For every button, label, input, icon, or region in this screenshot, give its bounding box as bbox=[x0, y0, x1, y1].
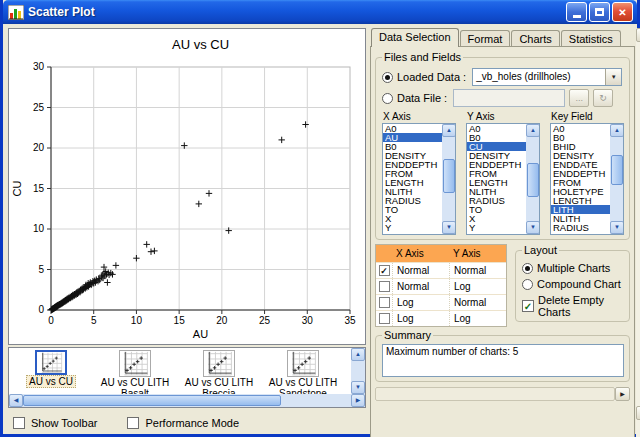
scroll-up-icon[interactable]: ▲ bbox=[610, 124, 624, 137]
y-axis-listbox[interactable]: A0B0CUDENSITYENDDEPTHFROMLENGTHNLITHRADI… bbox=[466, 123, 540, 235]
panel-vertical-scrollbar[interactable]: ▲ ▼ bbox=[636, 28, 640, 437]
y-scale-cell[interactable]: Log bbox=[449, 311, 506, 326]
axis-combo-checkbox[interactable] bbox=[379, 313, 390, 324]
list-item[interactable]: Z bbox=[467, 232, 526, 234]
x-axis-listbox[interactable]: A0AUB0DENSITYENDDEPTHFROMLENGTHNLITHRADI… bbox=[382, 123, 456, 235]
scrollbar-thumb[interactable] bbox=[23, 395, 281, 406]
window-title: Scatter Plot bbox=[28, 5, 564, 19]
x-scale-cell[interactable]: Normal bbox=[392, 263, 449, 278]
list-item[interactable]: TO bbox=[383, 205, 442, 214]
chart-thumbnail[interactable]: AU vs CU LITH Basalt bbox=[97, 350, 173, 394]
list-item[interactable]: Z bbox=[383, 232, 442, 234]
summary-legend: Summary bbox=[382, 329, 433, 341]
performance-mode-checkbox[interactable] bbox=[127, 417, 139, 429]
show-toolbar-checkbox[interactable] bbox=[13, 417, 25, 429]
loaded-data-select[interactable]: _vb_holes (drillholes) ▼ bbox=[472, 68, 622, 86]
panel-horizontal-scrollbar[interactable]: ▶ bbox=[375, 387, 630, 401]
minimize-button[interactable] bbox=[566, 2, 587, 22]
scroll-up-icon[interactable]: ▲ bbox=[526, 124, 540, 137]
svg-text:15: 15 bbox=[33, 183, 45, 194]
maximize-button[interactable] bbox=[589, 2, 610, 22]
scroll-down-icon[interactable]: ▼ bbox=[442, 221, 456, 234]
svg-text:35: 35 bbox=[344, 315, 356, 326]
compound-chart-label: Compound Chart bbox=[537, 278, 621, 290]
x-scale-cell[interactable]: Log bbox=[392, 295, 449, 310]
scroll-right-icon[interactable]: ▶ bbox=[615, 387, 630, 401]
axis-combo-checkbox[interactable] bbox=[379, 265, 390, 276]
svg-text:30: 30 bbox=[33, 61, 45, 72]
list-item[interactable]: Y bbox=[467, 223, 526, 232]
axis-table-header-y: Y Axis bbox=[449, 248, 506, 259]
chart-thumbnail[interactable]: AU vs CU bbox=[13, 350, 89, 394]
summary-group: Summary Maximum number of charts: 5 bbox=[375, 329, 630, 382]
tab-data-selection[interactable]: Data Selection bbox=[371, 28, 459, 47]
mini-scatter-icon bbox=[203, 350, 235, 377]
scroll-up-icon[interactable]: ▲ bbox=[636, 28, 640, 42]
thumbnail-label: AU vs CU LITH bbox=[267, 377, 339, 388]
close-button[interactable]: ✕ bbox=[612, 2, 633, 22]
data-file-label: Data File : bbox=[397, 92, 447, 104]
compound-chart-radio[interactable] bbox=[522, 279, 533, 290]
scroll-left-icon[interactable]: ◀ bbox=[9, 394, 23, 407]
list-item[interactable]: Y bbox=[383, 223, 442, 232]
thumbnails-vertical-scrollbar[interactable]: ▲ ▼ bbox=[351, 348, 365, 394]
list-item[interactable]: X bbox=[383, 214, 442, 223]
chart-thumbnail[interactable]: AU vs CU LITH Sandstone bbox=[265, 350, 341, 394]
multiple-charts-radio[interactable] bbox=[522, 263, 533, 274]
scroll-up-icon[interactable]: ▲ bbox=[442, 124, 456, 137]
thumbnails-horizontal-scrollbar[interactable]: ◀ ▶ bbox=[9, 394, 365, 407]
files-and-fields-legend: Files and Fields bbox=[382, 51, 463, 63]
thumbnail-label: AU vs CU LITH bbox=[183, 377, 255, 388]
scroll-down-icon[interactable]: ▼ bbox=[636, 406, 640, 420]
key-field-listbox[interactable]: A0B0BHIDDENSITYENDDATEENDDEPTHFROMHOLETY… bbox=[550, 123, 624, 235]
x-scale-cell[interactable]: Log bbox=[392, 311, 449, 326]
axis-combo-checkbox[interactable] bbox=[379, 297, 390, 308]
key-list-scrollbar[interactable]: ▲ ▼ bbox=[610, 124, 623, 234]
svg-text:0: 0 bbox=[38, 304, 44, 315]
svg-text:15: 15 bbox=[174, 315, 186, 326]
tab-format[interactable]: Format bbox=[460, 30, 511, 47]
svg-text:AU: AU bbox=[193, 328, 208, 340]
scatter-plot-dialog: Scatter Plot ✕ AU vs CU05101520253035051… bbox=[0, 0, 640, 437]
svg-text:CU: CU bbox=[11, 181, 23, 197]
chart-thumbnail[interactable]: AU vs CU LITH Breccia bbox=[181, 350, 257, 394]
x-list-scrollbar[interactable]: ▲ ▼ bbox=[442, 124, 455, 234]
list-item[interactable]: X bbox=[467, 214, 526, 223]
scrollbar-thumb[interactable] bbox=[375, 387, 615, 401]
list-item[interactable]: TO bbox=[467, 205, 526, 214]
titlebar[interactable]: Scatter Plot ✕ bbox=[3, 0, 637, 24]
list-item[interactable]: RADIUS bbox=[551, 223, 610, 232]
browse-button[interactable]: ... bbox=[569, 89, 589, 107]
x-scale-cell[interactable]: Normal bbox=[392, 279, 449, 294]
axis-combo-checkbox[interactable] bbox=[379, 281, 390, 292]
loaded-data-radio[interactable] bbox=[382, 72, 393, 83]
svg-text:30: 30 bbox=[302, 315, 314, 326]
svg-text:25: 25 bbox=[259, 315, 271, 326]
scroll-right-icon[interactable]: ▶ bbox=[351, 394, 365, 407]
svg-text:5: 5 bbox=[38, 264, 44, 275]
scroll-down-icon[interactable]: ▼ bbox=[610, 221, 624, 234]
scroll-up-icon[interactable]: ▲ bbox=[351, 348, 365, 361]
data-file-input[interactable] bbox=[453, 89, 565, 107]
table-row: NormalNormal bbox=[376, 262, 506, 278]
refresh-icon[interactable]: ↻ bbox=[593, 89, 613, 107]
delete-empty-charts-checkbox[interactable] bbox=[522, 300, 534, 312]
scroll-down-icon[interactable]: ▼ bbox=[351, 381, 365, 394]
scroll-down-icon[interactable]: ▼ bbox=[526, 221, 540, 234]
y-scale-cell[interactable]: Normal bbox=[449, 295, 506, 310]
y-scale-cell[interactable]: Log bbox=[449, 279, 506, 294]
chart-preview-area: AU vs CU05101520253035051015202530AUCU A… bbox=[8, 28, 366, 437]
key-field-label: Key Field bbox=[551, 111, 624, 122]
axis-table-header: X Axis Y Axis bbox=[376, 245, 506, 262]
thumbnails-strip: AU vs CU AU vs CU LITH Basalt AU vs CU L… bbox=[9, 348, 351, 394]
y-scale-cell[interactable]: Normal bbox=[449, 263, 506, 278]
chevron-down-icon[interactable]: ▼ bbox=[605, 69, 621, 85]
y-list-scrollbar[interactable]: ▲ ▼ bbox=[526, 124, 539, 234]
data-file-radio[interactable] bbox=[382, 93, 393, 104]
mini-scatter-icon bbox=[287, 350, 319, 377]
tab-statistics[interactable]: Statistics bbox=[561, 30, 621, 47]
axis-table-rows: NormalNormalNormalLogLogNormalLogLog bbox=[376, 262, 506, 326]
tab-charts[interactable]: Charts bbox=[511, 30, 559, 47]
svg-text:0: 0 bbox=[48, 315, 54, 326]
chart-panel: AU vs CU05101520253035051015202530AUCU bbox=[8, 28, 366, 345]
